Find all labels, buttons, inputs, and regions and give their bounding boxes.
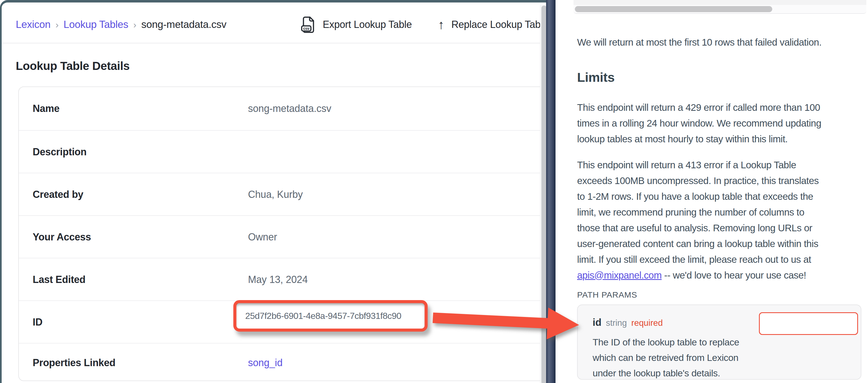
detail-row-description: Description [19, 130, 546, 173]
lookup-table-id-value: 25d7f2b6-6901-4e8a-9457-7cbf931f8c90 [237, 311, 401, 321]
param-description: The ID of the lookup table to replace wh… [593, 334, 836, 381]
left-panel-scrollbar-thumb[interactable] [541, 5, 546, 383]
svg-text:csv: csv [303, 26, 309, 31]
replace-button-label: Replace Lookup Table [452, 19, 540, 30]
breadcrumb-current-file: song-metadata.csv [142, 19, 227, 30]
chevron-right-icon: › [55, 19, 59, 30]
param-type: string [606, 318, 627, 328]
detail-label: Created by [33, 189, 83, 200]
mixpanel-email-link[interactable]: apis@mixpanel.com [577, 270, 661, 280]
upload-arrow-icon: ↑ [438, 18, 444, 31]
text-line: The ID of the lookup table to replace [593, 334, 836, 350]
text-line: user-generated content can bring a looku… [577, 236, 864, 251]
detail-value: song-metadata.csv [248, 103, 331, 114]
header-divider [2, 43, 546, 43]
export-button-label: Export Lookup Table [323, 19, 412, 30]
param-required-badge: required [631, 318, 663, 328]
detail-row-name: Name song-metadata.csv [19, 87, 546, 130]
limits-heading: Limits [577, 70, 615, 85]
text-line: under the lookup table's details. [593, 365, 836, 381]
path-params-label: PATH PARAMS [577, 290, 637, 300]
detail-label: Properties Linked [33, 357, 116, 369]
replace-lookup-table-button[interactable]: ↑ Replace Lookup Table [438, 15, 540, 35]
horizontal-scrollbar-thumb[interactable] [575, 6, 772, 12]
detail-value: Owner [248, 231, 277, 243]
text-line: those that are useful to analysis. Remov… [577, 220, 864, 236]
detail-row-last-edited: Last Edited May 13, 2024 [19, 258, 546, 301]
breadcrumb-lexicon[interactable]: Lexicon [16, 19, 51, 30]
detail-label: ID [33, 316, 42, 328]
export-lookup-table-button[interactable]: csv Export Lookup Table [301, 15, 412, 35]
detail-label: Last Edited [33, 274, 86, 285]
text-line: limit, we recommend pruning the number o… [577, 204, 864, 220]
text-line: limit. If you still exceed the limit, pl… [577, 251, 864, 267]
csv-file-icon: csv [301, 16, 315, 33]
text-line: apis@mixpanel.com -- we'd love to hear y… [577, 267, 864, 283]
left-panel-scrollbar-track[interactable] [540, 5, 546, 383]
panel-divider [546, 0, 556, 383]
annotation-highlight-box: 25d7f2b6-6901-4e8a-9457-7cbf931f8c90 [233, 300, 428, 332]
text-line: exceeds 100MB uncompressed. In practice,… [577, 173, 864, 188]
text-line: This endpoint will return a 429 error if… [577, 100, 864, 115]
page-title: Lookup Table Details [16, 60, 129, 73]
path-param-card: id string required The ID of the lookup … [577, 305, 861, 380]
text-line: times in a rolling 24 hour window. We re… [577, 115, 864, 131]
text-line: This endpoint will return a 413 error if… [577, 157, 864, 173]
detail-label: Name [33, 103, 60, 114]
screenshot-root: Lexicon › Lookup Tables › song-metadata.… [0, 0, 868, 383]
detail-value: Chua, Kurby [248, 189, 303, 200]
text-line: to 1-2M rows. If you have a lookup table… [577, 188, 864, 204]
param-header-row: id string required [593, 317, 663, 328]
text-line: lookup tables at most hourly to stay wit… [577, 131, 864, 147]
docs-intro-text: We will return at most the first 10 rows… [577, 34, 864, 50]
detail-row-created-by: Created by Chua, Kurby [19, 173, 546, 216]
details-card: Name song-metadata.csv Description Creat… [18, 86, 546, 381]
detail-value: May 13, 2024 [248, 274, 308, 285]
breadcrumb: Lexicon › Lookup Tables › song-metadata.… [16, 17, 226, 32]
id-param-input[interactable] [759, 312, 858, 335]
text-line: which can be retreived from Lexicon [593, 350, 836, 365]
detail-row-your-access: Your Access Owner [19, 215, 546, 258]
text-after-link: -- we'd love to hear your use case! [661, 270, 806, 280]
api-docs-panel: We will return at most the first 10 rows… [556, 0, 868, 383]
limits-paragraph-2: This endpoint will return a 413 error if… [577, 157, 864, 283]
detail-label: Your Access [33, 231, 91, 243]
detail-label: Description [33, 146, 87, 158]
breadcrumb-lookup-tables[interactable]: Lookup Tables [63, 19, 128, 30]
chevron-right-icon: › [133, 19, 137, 30]
detail-row-properties-linked: Properties Linked song_id [19, 343, 546, 381]
param-name: id [593, 317, 601, 328]
song-id-link[interactable]: song_id [248, 357, 283, 369]
docs-top-band [574, 0, 866, 5]
limits-paragraph-1: This endpoint will return a 429 error if… [577, 100, 864, 147]
